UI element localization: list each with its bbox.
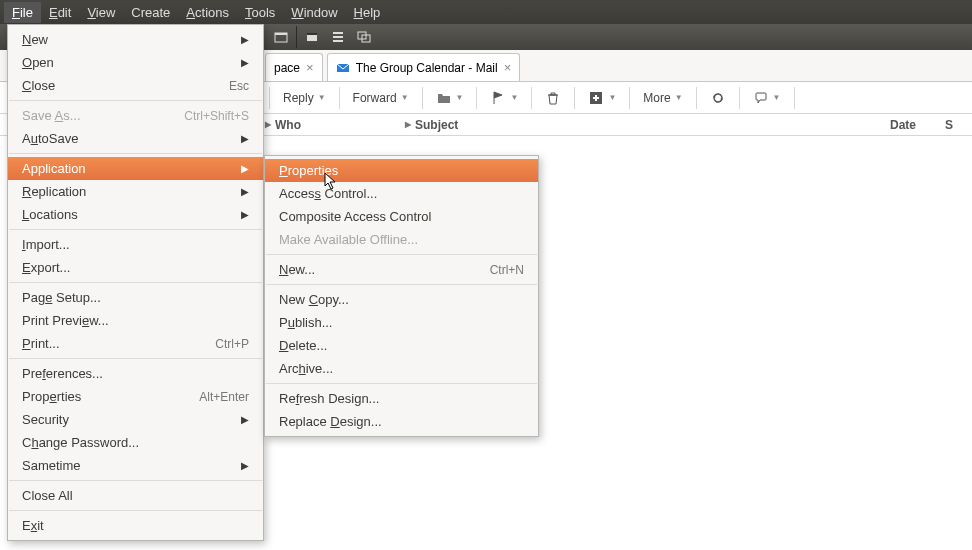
menu-separator [9, 100, 262, 101]
file-menu-item-open[interactable]: Open▶ [8, 51, 263, 74]
menubar-item-edit[interactable]: Edit [41, 2, 79, 23]
menu-separator [9, 480, 262, 481]
file-menu-item-close[interactable]: CloseEsc [8, 74, 263, 97]
shortcut-label: Ctrl+P [215, 337, 249, 351]
app-submenu-item-refresh-design[interactable]: Refresh Design... [265, 387, 538, 410]
submenu-arrow-icon: ▶ [241, 460, 249, 471]
column-size[interactable]: S [945, 118, 953, 132]
app-submenu-item-new[interactable]: New...Ctrl+N [265, 258, 538, 281]
window1-icon[interactable] [299, 26, 325, 48]
menubar-item-create[interactable]: Create [123, 2, 178, 23]
app-submenu-item-publish[interactable]: Publish... [265, 311, 538, 334]
menubar-item-file[interactable]: File [4, 2, 41, 23]
file-menu-item-export[interactable]: Export... [8, 256, 263, 279]
delete-button[interactable] [536, 85, 570, 111]
close-icon[interactable]: × [306, 60, 314, 75]
menu-separator [266, 383, 537, 384]
file-menu-item-save-as: Save As...Ctrl+Shift+S [8, 104, 263, 127]
file-menu-item-page-setup[interactable]: Page Setup... [8, 286, 263, 309]
submenu-arrow-icon: ▶ [241, 34, 249, 45]
file-menu-item-properties[interactable]: PropertiesAlt+Enter [8, 385, 263, 408]
tab-pace[interactable]: pace × [265, 53, 323, 81]
folder-icon [436, 90, 452, 106]
list-icon[interactable] [325, 26, 351, 48]
flag-icon [490, 90, 506, 106]
file-menu-item-locations[interactable]: Locations▶ [8, 203, 263, 226]
submenu-arrow-icon: ▶ [241, 163, 249, 174]
file-menu-item-change-password[interactable]: Change Password... [8, 431, 263, 454]
file-menu-item-close-all[interactable]: Close All [8, 484, 263, 507]
submenu-arrow-icon: ▶ [241, 186, 249, 197]
file-menu-item-import[interactable]: Import... [8, 233, 263, 256]
chat-icon [753, 90, 769, 106]
menubar-item-window[interactable]: Window [283, 2, 345, 23]
menu-separator [266, 284, 537, 285]
refresh-button[interactable] [701, 85, 735, 111]
app-submenu-item-archive[interactable]: Archive... [265, 357, 538, 380]
column-date[interactable]: Date [890, 118, 945, 132]
menu-separator [9, 510, 262, 511]
app-submenu-item-delete[interactable]: Delete... [265, 334, 538, 357]
flag-button[interactable]: ▼ [481, 85, 527, 111]
column-subject[interactable]: ▶Subject [405, 118, 890, 132]
application-submenu: PropertiesAccess Control...Composite Acc… [264, 155, 539, 437]
trash-icon [545, 90, 561, 106]
forward-button[interactable]: Forward▼ [344, 85, 418, 111]
submenu-arrow-icon: ▶ [241, 209, 249, 220]
app-submenu-item-new-copy[interactable]: New Copy... [265, 288, 538, 311]
plus-icon [588, 90, 604, 106]
more-button[interactable]: More▼ [634, 85, 691, 111]
tab-group-calendar[interactable]: The Group Calendar - Mail × [327, 53, 521, 81]
menu-separator [9, 229, 262, 230]
app-submenu-item-access-control[interactable]: Access Control... [265, 182, 538, 205]
close-icon[interactable]: × [504, 60, 512, 75]
file-menu: New▶Open▶CloseEscSave As...Ctrl+Shift+SA… [7, 24, 264, 541]
app-submenu-item-properties[interactable]: Properties [265, 159, 538, 182]
submenu-arrow-icon: ▶ [241, 57, 249, 68]
column-who[interactable]: ▶Who [265, 118, 405, 132]
menubar-item-tools[interactable]: Tools [237, 2, 283, 23]
tab-label: The Group Calendar - Mail [356, 61, 498, 75]
menu-separator [9, 358, 262, 359]
reply-button[interactable]: Reply▼ [274, 85, 335, 111]
mail-icon [336, 61, 350, 75]
windows-icon[interactable] [351, 26, 377, 48]
file-menu-item-sametime[interactable]: Sametime▶ [8, 454, 263, 477]
svg-rect-3 [307, 33, 317, 35]
shortcut-label: Alt+Enter [199, 390, 249, 404]
file-menu-item-application[interactable]: Application▶ [8, 157, 263, 180]
submenu-arrow-icon: ▶ [241, 414, 249, 425]
tab-label: pace [274, 61, 300, 75]
file-menu-item-exit[interactable]: Exit [8, 514, 263, 537]
shortcut-label: Ctrl+Shift+S [184, 109, 249, 123]
app-submenu-item-make-available-offline: Make Available Offline... [265, 228, 538, 251]
menubar-item-actions[interactable]: Actions [178, 2, 237, 23]
file-menu-item-print-preview[interactable]: Print Preview... [8, 309, 263, 332]
file-menu-item-security[interactable]: Security▶ [8, 408, 263, 431]
menu-separator [9, 153, 262, 154]
open-icon[interactable] [268, 26, 294, 48]
folder-button[interactable]: ▼ [427, 85, 473, 111]
shortcut-label: Esc [229, 79, 249, 93]
app-submenu-item-composite-access-control[interactable]: Composite Access Control [265, 205, 538, 228]
menubar: FileEditViewCreateActionsToolsWindowHelp [0, 0, 972, 24]
submenu-arrow-icon: ▶ [241, 133, 249, 144]
file-menu-item-print[interactable]: Print...Ctrl+P [8, 332, 263, 355]
menu-separator [9, 282, 262, 283]
mark-button[interactable]: ▼ [579, 85, 625, 111]
file-menu-item-autosave[interactable]: AutoSave▶ [8, 127, 263, 150]
refresh-icon [710, 90, 726, 106]
svg-rect-1 [275, 33, 287, 35]
menu-separator [266, 254, 537, 255]
app-submenu-item-replace-design[interactable]: Replace Design... [265, 410, 538, 433]
file-menu-item-preferences[interactable]: Preferences... [8, 362, 263, 385]
shortcut-label: Ctrl+N [490, 263, 524, 277]
file-menu-item-replication[interactable]: Replication▶ [8, 180, 263, 203]
file-menu-item-new[interactable]: New▶ [8, 28, 263, 51]
menubar-item-help[interactable]: Help [346, 2, 389, 23]
chat-button[interactable]: ▼ [744, 85, 790, 111]
menubar-item-view[interactable]: View [79, 2, 123, 23]
